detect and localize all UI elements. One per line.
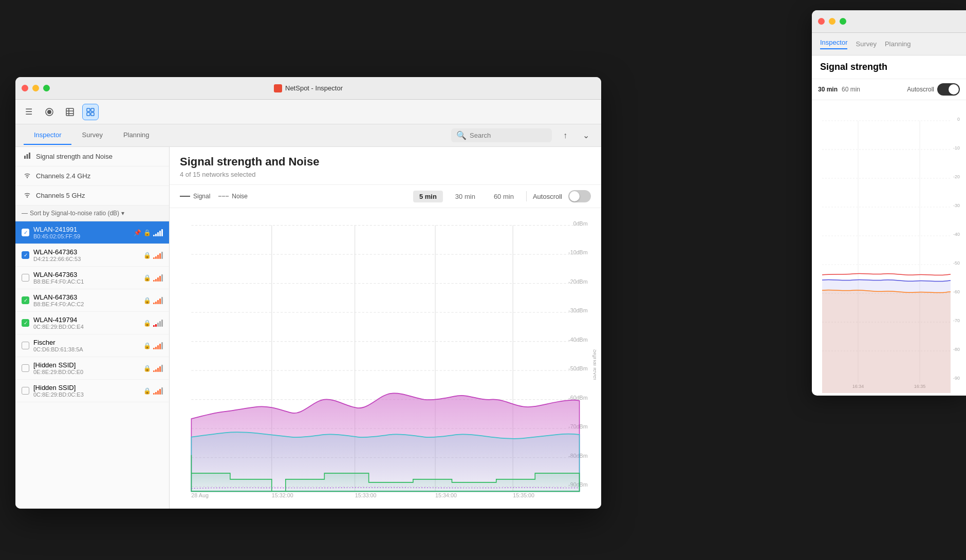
minimize-button-right[interactable] <box>829 18 835 25</box>
record-button[interactable] <box>41 104 58 120</box>
network-checkbox[interactable]: ✓ <box>22 296 29 304</box>
close-button-right[interactable] <box>818 18 825 25</box>
sort-bar[interactable]: — Sort by Signal-to-noise ratio (dB) ▾ <box>15 206 169 221</box>
right-nav-inspector[interactable]: Inspector <box>820 39 847 49</box>
network-item[interactable]: ✓ WLAN-241991 B0:45:02:05:FF:59 📌 🔒 <box>15 221 169 244</box>
svg-text:-10dBm: -10dBm <box>568 249 588 256</box>
signal-bar-2 <box>155 369 157 372</box>
tab-survey[interactable]: Survey <box>71 126 113 145</box>
right-60min-button[interactable]: 60 min <box>842 86 860 93</box>
svg-text:-20: -20 <box>953 174 960 179</box>
network-item[interactable]: ✓ WLAN-419794 0C:8E:29:BD:0C:E4 🔒 <box>15 312 169 334</box>
signal-bars <box>153 320 163 327</box>
table-button[interactable] <box>62 104 78 120</box>
svg-text:-40dBm: -40dBm <box>568 336 588 343</box>
lock-icon: 🔒 <box>143 274 151 282</box>
lock-icon: 🔒 <box>143 297 151 304</box>
network-mac: 0C:8E:29:BD:0C:E3 <box>33 391 139 398</box>
network-checkbox[interactable]: ✓ <box>22 251 29 259</box>
right-nav-survey[interactable]: Survey <box>856 40 876 48</box>
right-autoscroll: Autoscroll <box>907 83 960 96</box>
divider <box>526 191 527 201</box>
network-mac: B8:BE:F4:F0:AC:C2 <box>33 301 139 307</box>
lock-icon: 🔒 <box>143 320 151 327</box>
tab-planning[interactable]: Planning <box>113 126 160 145</box>
signal-bar-1 <box>153 370 155 372</box>
more-button[interactable]: ⌄ <box>579 128 593 143</box>
signal-bar-1 <box>153 235 155 236</box>
svg-rect-2 <box>66 108 73 116</box>
network-item[interactable]: [Hidden SSID] 0C:8E:29:BD:0C:E3 🔒 <box>15 380 169 402</box>
time-30min-button[interactable]: 30 min <box>449 191 481 202</box>
search-icon: 🔍 <box>456 130 467 140</box>
maximize-button[interactable] <box>43 85 50 91</box>
right-chart: 0 -10 -20 -30 -40 -50 -60 -70 -80 -90 16… <box>812 100 966 396</box>
svg-text:-20dBm: -20dBm <box>568 278 588 285</box>
time-60min-button[interactable]: 60 min <box>488 191 520 202</box>
pin-icon: 📌 <box>134 229 141 236</box>
maximize-button-right[interactable] <box>840 18 846 25</box>
network-item[interactable]: Fischer 0C:D6:BD:61:38:5A 🔒 <box>15 334 169 357</box>
sidebar: Signal strength and Noise Channels 2.4 G… <box>15 147 170 509</box>
svg-rect-7 <box>91 108 94 111</box>
right-autoscroll-toggle[interactable] <box>937 83 960 96</box>
right-nav-planning[interactable]: Planning <box>885 40 911 48</box>
signal-bar-1 <box>153 280 155 282</box>
signal-bar-3 <box>157 300 159 304</box>
svg-text:Signal level: Signal level <box>592 349 596 380</box>
svg-text:15:33:00: 15:33:00 <box>355 492 377 499</box>
signal-bar-3 <box>157 277 159 282</box>
network-checkbox[interactable]: ✓ <box>22 319 29 327</box>
network-item[interactable]: ✓ WLAN-647363 D4:21:22:66:6C:53 🔒 <box>15 244 169 267</box>
chart-subtitle: 4 of 15 networks selected <box>180 171 591 178</box>
signal-bar-1 <box>153 303 155 304</box>
search-box[interactable]: 🔍 <box>451 128 552 142</box>
svg-text:15:34:00: 15:34:00 <box>435 492 457 499</box>
minimize-button[interactable] <box>32 85 39 91</box>
network-item[interactable]: ✓ WLAN-647363 B8:BE:F4:F0:AC:C2 🔒 <box>15 289 169 312</box>
grid-button[interactable] <box>82 104 99 120</box>
close-button[interactable] <box>22 85 28 91</box>
signal-bar-3 <box>157 390 159 395</box>
signal-bar-3 <box>157 345 159 349</box>
right-signal-chart: 0 -10 -20 -30 -40 -50 -60 -70 -80 -90 16… <box>817 105 961 393</box>
right-30min-button[interactable]: 30 min <box>818 86 838 93</box>
toolbar: ☰ <box>15 100 601 124</box>
hamburger-button[interactable]: ☰ <box>21 104 37 120</box>
legend-noise: Noise <box>218 193 248 200</box>
signal-bar-2 <box>155 234 157 236</box>
right-orange-fill <box>822 290 951 393</box>
share-button[interactable]: ↑ <box>558 128 572 143</box>
network-item[interactable]: [Hidden SSID] 0E:8E:29:BD:0C:E0 🔒 <box>15 357 169 380</box>
search-input[interactable] <box>470 132 547 139</box>
traffic-lights <box>22 85 50 91</box>
main-content: Signal strength and Noise Channels 2.4 G… <box>15 147 601 509</box>
sidebar-signal-strength[interactable]: Signal strength and Noise <box>15 147 169 166</box>
sidebar-channels-5[interactable]: Channels 5 GHz <box>15 186 169 206</box>
svg-point-13 <box>27 177 28 178</box>
network-checkbox[interactable] <box>22 274 29 282</box>
svg-text:0: 0 <box>957 117 960 122</box>
autoscroll-toggle[interactable] <box>568 190 591 202</box>
network-name: WLAN-647363 <box>33 248 139 256</box>
tab-inspector[interactable]: Inspector <box>24 126 71 145</box>
sidebar-channels-24[interactable]: Channels 2.4 GHz <box>15 166 169 186</box>
right-panel-controls: 30 min 60 min Autoscroll <box>812 79 966 100</box>
chart-wrapper: 0dBm -10dBm -20dBm -30dBm -40dBm -50dBm … <box>170 208 601 509</box>
network-checkbox[interactable] <box>22 387 29 395</box>
svg-text:-70: -70 <box>953 318 960 323</box>
network-checkbox[interactable] <box>22 342 29 349</box>
right-panel-toolbar <box>812 10 966 33</box>
noise-line-icon <box>218 196 229 197</box>
legend-signal: Signal <box>180 193 210 200</box>
time-5min-button[interactable]: 5 min <box>413 191 443 202</box>
network-name: Fischer <box>33 339 139 346</box>
network-checkbox[interactable]: ✓ <box>22 229 29 236</box>
svg-rect-12 <box>29 153 30 159</box>
network-item[interactable]: WLAN-647363 B8:BE:F4:F0:AC:C1 🔒 <box>15 267 169 289</box>
wifi-24-icon <box>24 172 31 180</box>
network-checkbox[interactable] <box>22 364 29 372</box>
signal-bars <box>153 274 163 282</box>
network-mac: B0:45:02:05:FF:59 <box>33 233 129 239</box>
signal-bars <box>153 365 163 372</box>
